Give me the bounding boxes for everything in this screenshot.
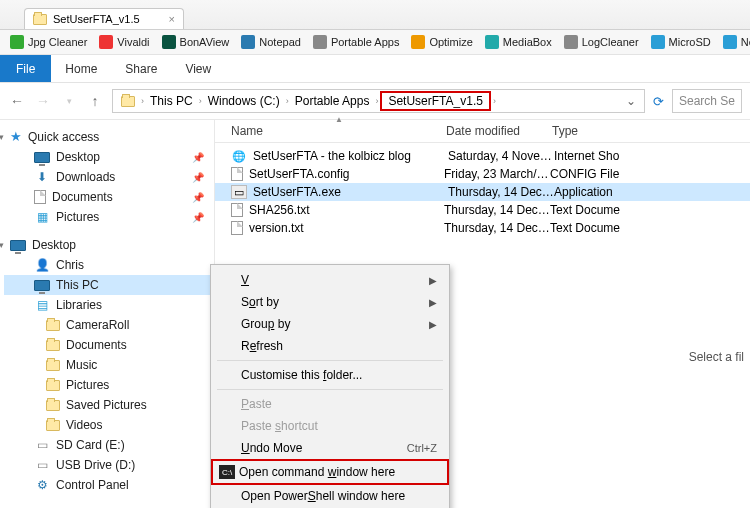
search-input[interactable]: Search Se: [672, 89, 742, 113]
bookmark-label: Notepad: [259, 36, 301, 48]
bc-this-pc[interactable]: This PC: [146, 92, 197, 110]
document-icon: [231, 221, 243, 235]
pin-icon: 📌: [192, 192, 204, 203]
bookmark-label: MediaBox: [503, 36, 552, 48]
ctx-sort-by[interactable]: Sort by▶: [213, 291, 447, 313]
refresh-icon[interactable]: ⟳: [653, 94, 664, 109]
chevron-right-icon[interactable]: ›: [199, 96, 202, 106]
chevron-down-icon[interactable]: ⌄: [622, 94, 640, 108]
drive-icon: ▭: [34, 458, 50, 472]
sidebar-label: Documents: [66, 338, 127, 352]
tab-view[interactable]: View: [171, 57, 225, 81]
chevron-down-icon[interactable]: ▾: [0, 132, 6, 142]
bookmark-item[interactable]: Portable Apps: [313, 35, 400, 49]
ctx-undo-move[interactable]: Undo MoveCtrl+Z: [213, 437, 447, 459]
sidebar-label: Pictures: [66, 378, 109, 392]
sidebar-item[interactable]: 👤Chris: [4, 255, 210, 275]
sidebar-item[interactable]: Documents: [4, 335, 210, 355]
sidebar-item[interactable]: CameraRoll: [4, 315, 210, 335]
file-row[interactable]: version.txtThursday, 14 Dece…Text Docume: [215, 219, 750, 237]
sidebar-item[interactable]: This PC: [4, 275, 210, 295]
ctx-customise[interactable]: Customise this folder...: [213, 364, 447, 386]
tab-home[interactable]: Home: [51, 57, 111, 81]
chevron-right-icon: ▶: [429, 297, 437, 308]
sidebar-quick-access[interactable]: ▾★Quick access: [4, 126, 210, 147]
sidebar-item[interactable]: Desktop📌: [4, 147, 210, 167]
column-date[interactable]: Date modified: [446, 124, 552, 138]
column-name[interactable]: Name: [231, 124, 446, 138]
pin-icon: 📌: [192, 172, 204, 183]
document-icon: [231, 167, 243, 181]
bookmark-item[interactable]: MicroSD: [651, 35, 711, 49]
file-name: SetUserFTA.exe: [253, 185, 448, 199]
bookmark-label: Network: [741, 36, 750, 48]
file-name: version.txt: [249, 221, 444, 235]
favicon-icon: [313, 35, 327, 49]
separator: [217, 389, 443, 390]
bookmark-item[interactable]: BonAView: [162, 35, 230, 49]
bookmark-label: Portable Apps: [331, 36, 400, 48]
sidebar-item[interactable]: Pictures: [4, 375, 210, 395]
sidebar-item[interactable]: Documents📌: [4, 187, 210, 207]
file-row[interactable]: 🌐SetUserFTA - the kolbicz blogSaturday, …: [215, 147, 750, 165]
bookmark-item[interactable]: Vivaldi: [99, 35, 149, 49]
sidebar-item[interactable]: Videos: [4, 415, 210, 435]
sidebar-item[interactable]: ▤Libraries: [4, 295, 210, 315]
bc-current[interactable]: SetUserFTA_v1.5: [380, 91, 490, 111]
bc-drive[interactable]: Windows (C:): [204, 92, 284, 110]
file-tab[interactable]: File: [0, 55, 51, 82]
chevron-down-icon[interactable]: ▾: [0, 240, 6, 250]
ctx-refresh[interactable]: Refresh: [213, 335, 447, 357]
folder-icon: [46, 420, 60, 431]
file-type: Application: [554, 185, 634, 199]
bc-folder[interactable]: Portable Apps: [291, 92, 374, 110]
bookmark-label: Jpg Cleaner: [28, 36, 87, 48]
recent-dropdown[interactable]: ▾: [60, 96, 78, 106]
ctx-open-command-window[interactable]: C:\ Open command window here: [211, 459, 449, 485]
bookmark-label: Optimize: [429, 36, 472, 48]
sidebar-item[interactable]: ⚙Control Panel: [4, 475, 210, 495]
file-row[interactable]: ▭SetUserFTA.exeThursday, 14 Dece…Applica…: [215, 183, 750, 201]
sidebar-item[interactable]: ▦Pictures📌: [4, 207, 210, 227]
favicon-icon: [99, 35, 113, 49]
browser-tab[interactable]: SetUserFTA_v1.5 ×: [24, 8, 184, 29]
file-row[interactable]: SHA256.txtThursday, 14 Dece…Text Docume: [215, 201, 750, 219]
favicon-icon: [411, 35, 425, 49]
sidebar-item[interactable]: ⬇Downloads📌: [4, 167, 210, 187]
tab-share[interactable]: Share: [111, 57, 171, 81]
chevron-right-icon[interactable]: ›: [375, 96, 378, 106]
bookmark-item[interactable]: Network: [723, 35, 750, 49]
sidebar-desktop[interactable]: ▾Desktop: [4, 235, 210, 255]
ctx-view[interactable]: V▶: [213, 269, 447, 291]
favicon-icon: [564, 35, 578, 49]
sidebar-item[interactable]: Saved Pictures: [4, 395, 210, 415]
bookmark-item[interactable]: Jpg Cleaner: [10, 35, 87, 49]
breadcrumb[interactable]: › This PC › Windows (C:) › Portable Apps…: [112, 89, 645, 113]
bookmark-item[interactable]: Notepad: [241, 35, 301, 49]
bookmark-item[interactable]: LogCleaner: [564, 35, 639, 49]
folder-icon: [46, 320, 60, 331]
ctx-group-by[interactable]: Group by▶: [213, 313, 447, 335]
ctx-open-powershell-window[interactable]: Open PowerShell window here: [213, 485, 447, 507]
file-row[interactable]: SetUserFTA.configFriday, 23 March/2…CONF…: [215, 165, 750, 183]
bookmark-item[interactable]: MediaBox: [485, 35, 552, 49]
ctx-paste: Paste: [213, 393, 447, 415]
bookmark-item[interactable]: Optimize: [411, 35, 472, 49]
navigation-pane: ▾★Quick accessDesktop📌⬇Downloads📌Documen…: [0, 120, 215, 506]
ribbon: File Home Share View: [0, 55, 750, 83]
sidebar-item[interactable]: Music: [4, 355, 210, 375]
sidebar-label: This PC: [56, 278, 99, 292]
chevron-right-icon[interactable]: ›: [493, 96, 496, 106]
chevron-right-icon[interactable]: ›: [141, 96, 144, 106]
back-button[interactable]: ←: [8, 93, 26, 109]
sidebar-item[interactable]: ▭SD Card (E:): [4, 435, 210, 455]
file-type: Text Docume: [550, 221, 630, 235]
chevron-right-icon[interactable]: ›: [286, 96, 289, 106]
sidebar-label: CameraRoll: [66, 318, 129, 332]
pictures-icon: ▦: [34, 210, 50, 224]
column-type[interactable]: Type: [552, 124, 632, 138]
favicon-icon: [651, 35, 665, 49]
up-button[interactable]: ↑: [86, 93, 104, 109]
close-icon[interactable]: ×: [169, 13, 175, 25]
sidebar-item[interactable]: ▭USB Drive (D:): [4, 455, 210, 475]
